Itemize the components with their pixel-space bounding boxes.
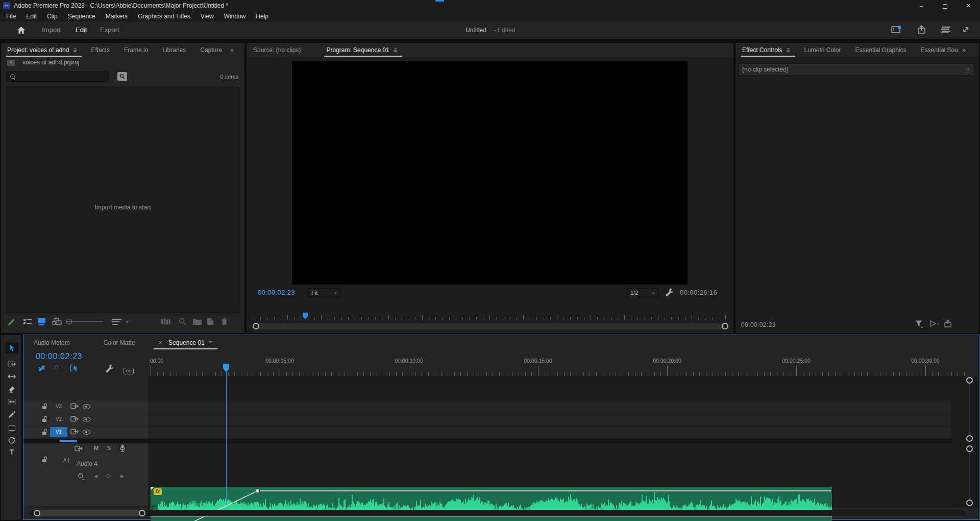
- sync-lock-icon[interactable]: [70, 429, 79, 435]
- pen-tool[interactable]: [5, 409, 18, 420]
- panel-menu-icon[interactable]: ≡: [209, 339, 212, 346]
- minimize-button[interactable]: –: [910, 0, 933, 11]
- video-scroll-handle-top[interactable]: [966, 377, 973, 384]
- panel-menu-icon[interactable]: ≡: [394, 46, 397, 54]
- toggle-track-output-eye-icon[interactable]: [83, 430, 90, 435]
- freeform-view-button[interactable]: [52, 318, 62, 326]
- tab-essential-graphics[interactable]: Essential Graphics: [848, 43, 914, 57]
- tab-libraries[interactable]: Libraries: [155, 43, 193, 57]
- menu-help[interactable]: Help: [251, 11, 274, 21]
- panel-menu-icon[interactable]: ≡: [786, 46, 790, 54]
- linked-selection-icon[interactable]: [70, 364, 79, 372]
- tab-frameio[interactable]: Frame.io: [117, 43, 155, 57]
- video-vertical-scrollbar[interactable]: [969, 380, 970, 440]
- tab-essential-sound[interactable]: Essential Sou: [914, 43, 963, 57]
- menu-markers[interactable]: Markers: [101, 11, 133, 21]
- menu-sequence[interactable]: Sequence: [63, 11, 101, 21]
- mute-button[interactable]: M: [94, 445, 99, 451]
- close-button[interactable]: ✕: [957, 0, 980, 11]
- automate-to-sequence-button[interactable]: [161, 318, 170, 325]
- sort-icons-button[interactable]: [112, 318, 121, 325]
- captions-menu-icon[interactable]: CC: [124, 365, 134, 374]
- timeline-zoom-handle-right[interactable]: [139, 510, 145, 516]
- nest-toggle-icon[interactable]: [37, 364, 46, 372]
- project-media-area[interactable]: Import media to start: [6, 87, 239, 313]
- fit-dropdown[interactable]: Fit∨: [308, 288, 340, 297]
- tab-capture[interactable]: Capture: [193, 43, 229, 57]
- new-item-button[interactable]: [207, 318, 214, 325]
- workspace-tab-edit[interactable]: Edit: [76, 21, 87, 39]
- lock-icon[interactable]: [42, 403, 47, 410]
- timeline-zoom-handle-left[interactable]: [34, 510, 40, 516]
- menu-edit[interactable]: Edit: [21, 11, 42, 21]
- scrollbar-thumb[interactable]: [37, 510, 143, 516]
- slip-tool[interactable]: [5, 396, 18, 407]
- sync-lock-icon[interactable]: [70, 416, 79, 422]
- tab-color-matte[interactable]: Color Matte: [96, 336, 142, 350]
- timeline-ruler[interactable]: :00:0000:00:05:0000:00:10:0000:00:15:000…: [148, 351, 965, 377]
- program-scroll-handle-left[interactable]: [253, 323, 259, 329]
- audio-scroll-handle-bottom[interactable]: [966, 500, 973, 506]
- video-scroll-handle-bottom[interactable]: [966, 435, 973, 442]
- track-target-v3[interactable]: V3: [50, 401, 67, 412]
- list-view-button[interactable]: [23, 318, 32, 325]
- snap-magnet-icon[interactable]: ∩: [54, 362, 59, 371]
- ripple-edit-tool[interactable]: [5, 371, 18, 382]
- tab-overflow-icon[interactable]: »: [230, 46, 234, 54]
- search-input[interactable]: [18, 74, 108, 80]
- playback-resolution-dropdown[interactable]: 1/2∨: [627, 288, 658, 297]
- timeline-timecode[interactable]: 00:00:02:23: [36, 352, 82, 361]
- tab-overflow-icon[interactable]: »: [963, 46, 966, 54]
- menu-view[interactable]: View: [195, 11, 219, 21]
- monitor-settings-wrench-icon[interactable]: [665, 288, 674, 296]
- tab-audio-meters[interactable]: Audio Meters: [23, 336, 77, 350]
- audio-vertical-scrollbar[interactable]: [969, 448, 970, 503]
- selection-tool[interactable]: [5, 342, 18, 353]
- new-bin-button[interactable]: [193, 318, 202, 325]
- tab-lumetri-color[interactable]: Lumetri Color: [797, 43, 848, 57]
- track-target-v1[interactable]: V1: [50, 427, 67, 437]
- project-search[interactable]: [7, 72, 109, 82]
- tab-program[interactable]: Program: Sequence 01≡: [319, 43, 404, 57]
- track-id-a4[interactable]: A4: [63, 458, 69, 463]
- find-button[interactable]: [179, 318, 186, 325]
- tab-sequence-01[interactable]: × Sequence 01≡: [152, 336, 219, 350]
- type-tool[interactable]: T: [5, 446, 18, 458]
- play-audio-only-icon[interactable]: ♪: [930, 320, 939, 327]
- program-scroll-handle-right[interactable]: [722, 323, 728, 329]
- workspaces-menu-icon[interactable]: [941, 26, 950, 33]
- sync-lock-icon[interactable]: [75, 445, 83, 452]
- hand-tool[interactable]: [5, 434, 18, 445]
- workspace-tab-import[interactable]: Import: [42, 21, 61, 39]
- tab-effect-controls[interactable]: Effect Controls≡: [736, 43, 797, 57]
- add-keyframe-icon[interactable]: ◇: [106, 472, 110, 479]
- volume-keyframe[interactable]: [256, 489, 260, 493]
- lock-icon[interactable]: [42, 456, 47, 463]
- icon-view-button[interactable]: [38, 318, 45, 325]
- tab-project[interactable]: Project: voices of adhd≡: [1, 43, 84, 57]
- export-effects-icon[interactable]: [944, 320, 952, 327]
- tab-source[interactable]: Source: (no clips): [247, 43, 308, 57]
- zoom-slider-handle[interactable]: [66, 319, 72, 324]
- program-mini-ruler[interactable]: [254, 312, 726, 320]
- close-tab-icon[interactable]: ×: [159, 339, 162, 346]
- fullscreen-icon[interactable]: [962, 26, 970, 34]
- menu-window[interactable]: Window: [219, 11, 251, 21]
- bin-up-icon[interactable]: [7, 59, 15, 66]
- menu-file[interactable]: File: [1, 11, 21, 21]
- razor-tool[interactable]: [5, 384, 18, 395]
- lock-icon[interactable]: [42, 416, 47, 422]
- program-video-area[interactable]: [292, 61, 688, 285]
- keyframe-mode-icon[interactable]: [78, 473, 85, 480]
- track-name-audio4[interactable]: Audio 4: [77, 460, 97, 467]
- sort-chevron-icon[interactable]: ∨: [126, 319, 129, 324]
- program-timecode[interactable]: 00:00:02:23: [258, 289, 295, 296]
- toggle-track-output-eye-icon[interactable]: [83, 404, 90, 409]
- next-keyframe-icon[interactable]: ▶: [120, 473, 124, 479]
- search-bin-icon[interactable]: [117, 72, 127, 81]
- previous-keyframe-icon[interactable]: ◀: [94, 473, 97, 479]
- program-scrollbar[interactable]: [253, 323, 728, 329]
- workspace-tab-export[interactable]: Export: [100, 21, 119, 39]
- lock-icon[interactable]: [42, 429, 47, 435]
- toggle-track-output-eye-icon[interactable]: [83, 417, 90, 422]
